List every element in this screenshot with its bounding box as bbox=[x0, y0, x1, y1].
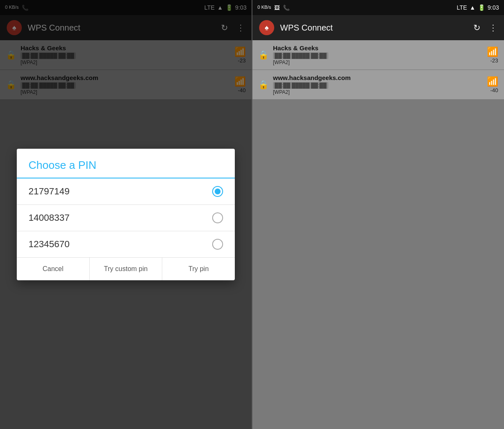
lock-icon-r2: 🔒 bbox=[258, 80, 269, 90]
radio-1[interactable] bbox=[212, 186, 223, 197]
pin-options: 21797149 14008337 12345670 bbox=[17, 178, 235, 257]
radio-3[interactable] bbox=[212, 239, 223, 250]
pin-value-2: 14008337 bbox=[29, 212, 70, 223]
left-panel: 0 KB/s 📞 LTE ▲ 🔋 9:03 ♠ WPS Connect ↻ ⋮ … bbox=[0, 0, 252, 429]
network-tag-r2: [WPA2] bbox=[273, 89, 483, 95]
app-title-right: WPS Connect bbox=[280, 23, 468, 33]
network-mac-r1: ██:██ █████ ██:██ bbox=[273, 52, 328, 59]
app-bar-right: ♠ WPS Connect ↻ ⋮ bbox=[252, 15, 504, 40]
menu-icon-right[interactable]: ⋮ bbox=[489, 23, 497, 33]
list-item[interactable]: 🔒 Hacks & Geeks ██:██ █████ ██:██ [WPA2]… bbox=[252, 40, 504, 70]
pin-value-3: 12345670 bbox=[29, 239, 70, 250]
lte-label-right: LTE bbox=[457, 4, 467, 11]
pin-dialog-actions: Cancel Try custom pin Try pin bbox=[17, 257, 235, 280]
network-mac-r2: ██:██ █████ ██:██ bbox=[273, 82, 328, 89]
app-logo-right: ♠ bbox=[259, 20, 274, 35]
radio-2[interactable] bbox=[212, 212, 223, 223]
pin-dialog-title: Choose a PIN bbox=[17, 149, 235, 178]
network-list-right: 🔒 Hacks & Geeks ██:██ █████ ██:██ [WPA2]… bbox=[252, 40, 504, 429]
try-pin-button[interactable]: Try pin bbox=[162, 258, 235, 280]
pin-value-1: 21797149 bbox=[29, 186, 70, 197]
signal-icon-right: ▲ bbox=[470, 4, 475, 11]
status-bar-right: 0 KB/s 🖼 📞 LTE ▲ 🔋 9:03 bbox=[252, 0, 504, 15]
signal-r2: -40 bbox=[487, 87, 498, 93]
cancel-button[interactable]: Cancel bbox=[17, 258, 90, 280]
pin-dialog-overlay: Choose a PIN 21797149 14008337 12345670 bbox=[0, 0, 252, 429]
gallery-icon: 🖼 bbox=[274, 5, 280, 11]
right-panel: 0 KB/s 🖼 📞 LTE ▲ 🔋 9:03 ♠ WPS Connect ↻ … bbox=[252, 0, 504, 429]
pin-option-3[interactable]: 12345670 bbox=[17, 231, 235, 257]
wifi-icon-r1: 📶 bbox=[487, 47, 498, 57]
battery-icon-right: 🔋 bbox=[478, 4, 485, 11]
pin-option-2[interactable]: 14008337 bbox=[17, 205, 235, 231]
refresh-icon-right[interactable]: ↻ bbox=[473, 23, 481, 33]
network-name-r2: www.hacksandgeeks.com bbox=[273, 74, 483, 81]
time-right: 9:03 bbox=[488, 4, 499, 11]
network-tag-r1: [WPA2] bbox=[273, 59, 483, 65]
pin-dialog: Choose a PIN 21797149 14008337 12345670 bbox=[17, 149, 235, 280]
try-custom-pin-button[interactable]: Try custom pin bbox=[90, 258, 163, 280]
pin-option-1[interactable]: 21797149 bbox=[17, 178, 235, 205]
lock-icon-r1: 🔒 bbox=[258, 50, 269, 60]
kb-status-right: 0 KB/s bbox=[257, 5, 271, 10]
wifi-icon-r2: 📶 bbox=[487, 76, 498, 87]
list-item[interactable]: 🔒 www.hacksandgeeks.com ██:██ █████ ██:█… bbox=[252, 70, 504, 100]
phone-icon-right: 📞 bbox=[283, 5, 290, 11]
signal-r1: -23 bbox=[487, 57, 498, 64]
network-name-r1: Hacks & Geeks bbox=[273, 44, 483, 52]
